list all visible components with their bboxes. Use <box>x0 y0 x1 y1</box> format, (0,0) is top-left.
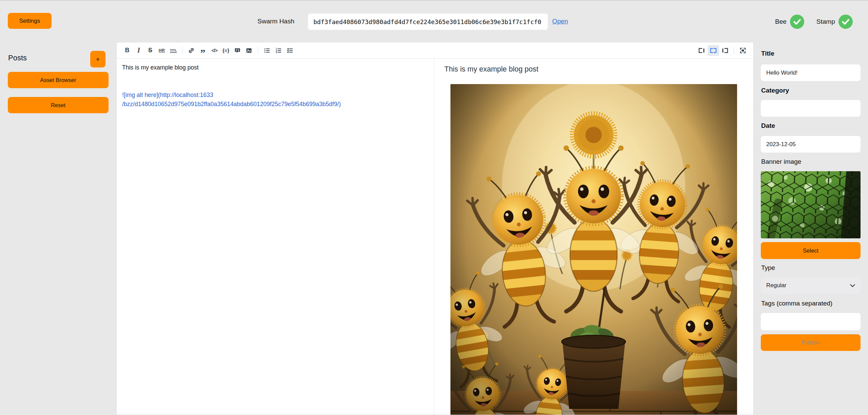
chevron-down-icon <box>850 284 855 287</box>
new-post-button[interactable]: + <box>90 51 105 67</box>
strikethrough-icon[interactable]: S <box>144 45 156 56</box>
horizontal-rule-icon[interactable]: HR <box>156 45 168 56</box>
editor-toolbar: B I S HR TITL ” </> {≡} <box>117 42 753 59</box>
banner-image-thumbnail <box>761 171 861 238</box>
heading-title-icon[interactable]: TITL <box>168 45 179 56</box>
app-root: Settings Swarm Hash Open Bee Stamp Posts… <box>0 0 868 415</box>
markdown-blank-line <box>122 81 428 91</box>
reset-button[interactable]: Reset <box>8 97 109 113</box>
connection-status-group: Bee Stamp <box>775 15 853 29</box>
toolbar-separator <box>734 47 734 54</box>
layout-preview-only-icon[interactable] <box>719 45 731 56</box>
banner-image-label: Banner image <box>761 158 801 165</box>
tags-label: Tags (comma separated) <box>761 300 832 307</box>
bee-status-label: Bee <box>775 18 787 25</box>
fullscreen-icon[interactable] <box>737 45 749 56</box>
editor-split-view: This is my example blog post ![img alt h… <box>117 59 753 415</box>
select-banner-button[interactable]: Select <box>761 242 861 259</box>
window-top-edge <box>0 0 868 1</box>
type-label: Type <box>761 264 775 272</box>
settings-button[interactable]: Settings <box>8 13 52 29</box>
type-select[interactable]: Regular <box>761 277 861 294</box>
preview-pane: This is my example blog post <box>434 59 753 415</box>
preview-paragraph: This is my example blog post <box>444 64 743 74</box>
open-link[interactable]: Open <box>552 18 568 25</box>
markdown-editor-pane[interactable]: This is my example blog post ![img alt h… <box>117 59 434 415</box>
publish-button[interactable]: Publish <box>761 334 861 351</box>
asset-browser-button[interactable]: Asset Browser <box>8 72 109 88</box>
category-input[interactable] <box>761 100 861 117</box>
embed-icon[interactable] <box>232 45 243 56</box>
italic-icon[interactable]: I <box>133 45 144 56</box>
markdown-image-link-line: /bzz/d1480d10652d975e091b2ffa0a35614abda… <box>122 100 428 109</box>
inline-code-icon[interactable]: </> <box>209 45 220 56</box>
type-select-value: Regular <box>766 282 787 289</box>
markdown-blank-line <box>122 72 428 81</box>
svg-text:3: 3 <box>276 51 277 54</box>
layout-editor-only-icon[interactable] <box>696 45 708 56</box>
task-list-icon[interactable] <box>284 45 296 56</box>
stamp-check-icon <box>838 15 853 29</box>
bold-icon[interactable]: B <box>121 45 133 56</box>
tags-input[interactable] <box>761 313 861 330</box>
title-input[interactable] <box>761 64 861 81</box>
toolbar-separator <box>258 47 258 54</box>
editor-panel: B I S HR TITL ” </> {≡} <box>116 42 754 415</box>
title-label: Title <box>761 50 774 57</box>
toolbar-separator <box>182 47 182 54</box>
category-label: Category <box>761 87 789 94</box>
image-icon[interactable] <box>243 45 255 56</box>
stamp-status-label: Stamp <box>816 18 835 25</box>
layout-split-icon[interactable] <box>708 45 719 56</box>
bullet-list-icon[interactable] <box>261 45 273 56</box>
markdown-line: This is my example blog post <box>122 63 428 72</box>
markdown-image-link-line: ![img alt here](http://localhost:1633 <box>122 91 428 100</box>
swarm-hash-label: Swarm Hash <box>257 18 294 25</box>
ordered-list-icon[interactable]: 1 2 3 <box>273 45 284 56</box>
bee-check-icon <box>790 15 804 29</box>
date-label: Date <box>761 122 775 130</box>
quote-icon[interactable]: ” <box>197 45 209 56</box>
swarm-hash-input[interactable] <box>308 14 548 30</box>
posts-heading: Posts <box>8 54 27 62</box>
post-image-dancing-bees <box>450 84 737 415</box>
link-icon[interactable] <box>186 45 197 56</box>
code-block-icon[interactable]: {≡} <box>220 45 232 56</box>
date-input[interactable] <box>761 136 861 153</box>
